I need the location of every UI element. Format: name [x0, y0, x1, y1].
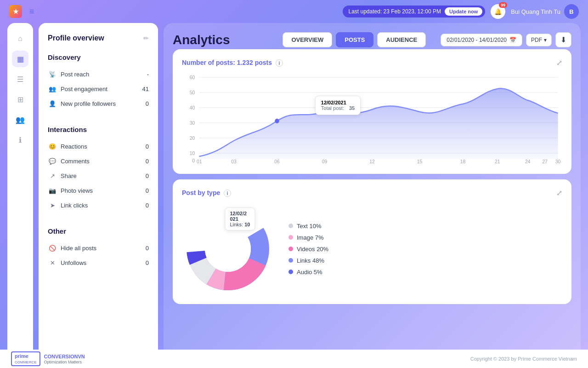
legend-label-audio: Audio 5% [297, 269, 322, 276]
post-engagement-value: 41 [142, 86, 149, 92]
metric-hide-posts: 🚫 Hide all posts 0 [48, 241, 149, 255]
metric-unfollows: ✕ Unfollows 0 [48, 255, 149, 270]
comments-icon: 💬 [48, 156, 57, 166]
logo-icon: ★ [9, 5, 22, 18]
metric-post-reach: 📡 Post reach - [48, 67, 149, 81]
post-by-type-expand-button[interactable]: ⤢ [556, 189, 562, 197]
export-label: PDF [531, 37, 542, 43]
sidebar-item-grid[interactable]: ⊞ [12, 91, 28, 108]
hide-posts-icon: 🚫 [48, 243, 57, 253]
tooltip-date: 12/02/2021 [321, 100, 355, 105]
charts-area: Number of posts: 1.232 posts i ⤢ [173, 49, 571, 351]
legend-label-links: Links 48% [297, 257, 324, 264]
panel-title: Profile overview [48, 34, 104, 42]
metric-share: ↗ Share 0 [48, 168, 149, 183]
tab-audience[interactable]: AUDIENCE [377, 32, 426, 47]
date-range-text: 02/01/2020 - 14/01/2020 [447, 37, 507, 43]
footer: prime COMMERCE CONVERSIONVN Optimization… [0, 350, 588, 368]
update-banner: Last updated: 23 Feb 2023, 12:00 PM Upda… [343, 6, 485, 17]
footer-copyright: Copyright © 2023 by Prime Commerce Vietn… [470, 356, 577, 362]
svg-text:24: 24 [525, 159, 531, 164]
comments-label: Comments [61, 158, 142, 165]
legend-label-videos: Videos 20% [297, 246, 328, 253]
post-reach-icon: 📡 [48, 69, 57, 79]
legend-item-videos: Videos 20% [288, 246, 328, 253]
prime-logo-text: prime [15, 353, 28, 359]
sidebar-item-analytics[interactable]: ▦ [12, 51, 28, 67]
share-value: 0 [146, 172, 149, 179]
reactions-icon: 😊 [48, 142, 57, 151]
svg-text:18: 18 [460, 159, 466, 164]
sidebar-item-users[interactable]: 👥 [12, 111, 28, 128]
post-engagement-label: Post engagement [61, 86, 139, 92]
download-button[interactable]: ⬇ [555, 32, 571, 47]
legend-label-image: Image 7% [297, 234, 324, 241]
menu-icon[interactable]: ≡ [29, 7, 34, 17]
hide-posts-label: Hide all posts [61, 245, 142, 252]
sidebar-item-list[interactable]: ☰ [12, 71, 28, 87]
reactions-label: Reactions [61, 143, 142, 150]
topbar: ★ ≡ Last updated: 23 Feb 2023, 12:00 PM … [0, 0, 588, 23]
date-range-picker[interactable]: 02/01/2020 - 14/01/2020 📅 [441, 34, 522, 46]
posts-chart-title: Number of posts: 1.232 posts i [182, 59, 283, 67]
photo-views-icon: 📷 [48, 186, 57, 195]
tab-overview[interactable]: OVERVIEW [283, 32, 332, 47]
metric-reactions: 😊 Reactions 0 [48, 139, 149, 154]
update-now-button[interactable]: Update now [445, 7, 482, 16]
link-clicks-value: 0 [146, 202, 149, 209]
legend-dot-text [288, 224, 293, 228]
post-reach-label: Post reach [61, 71, 143, 78]
legend-item-links: Links 48% [288, 257, 328, 264]
main-layout: ⌂ ▦ ☰ ⊞ 👥 ℹ Profile overview ✏ Discovery… [0, 23, 588, 368]
svg-text:30: 30 [190, 120, 195, 126]
legend-dot-audio [288, 270, 293, 274]
svg-text:60: 60 [190, 75, 195, 80]
header-controls: OVERVIEW POSTS AUDIENCE 02/01/2020 - 14/… [283, 32, 571, 47]
post-by-type-content: 12/02/2021 Links: 10 Text 10% Im [182, 203, 562, 295]
metric-link-clicks: ➤ Link clicks 0 [48, 198, 149, 213]
chevron-down-icon: ▾ [544, 37, 547, 43]
posts-expand-button[interactable]: ⤢ [556, 58, 562, 67]
tooltip-value: 35 [349, 105, 355, 111]
topbar-left: ★ ≡ [9, 5, 34, 18]
line-chart-tooltip: 12/02/2021 Total post: 35 [315, 96, 361, 115]
line-chart: 60 50 40 30 20 10 0 01 03 06 09 [182, 73, 562, 165]
legend-item-audio: Audio 5% [288, 269, 328, 276]
svg-point-30 [205, 226, 251, 272]
hide-posts-value: 0 [146, 245, 149, 252]
svg-text:0: 0 [192, 158, 195, 163]
legend-dot-image [288, 235, 293, 240]
posts-info-icon[interactable]: i [276, 59, 283, 67]
user-name: Bui Quang Tinh Tu [511, 8, 560, 15]
sidebar-item-home[interactable]: ⌂ [12, 30, 28, 47]
last-updated-text: Last updated: 23 Feb 2023, 12:00 PM [348, 8, 441, 15]
posts-count: 1.232 posts [237, 59, 272, 66]
share-icon: ↗ [48, 171, 57, 180]
svg-point-24 [275, 119, 279, 123]
new-followers-icon: 👤 [48, 99, 57, 108]
footer-logos: prime COMMERCE CONVERSIONVN Optimization… [11, 351, 85, 366]
topbar-right: Last updated: 23 Feb 2023, 12:00 PM Upda… [343, 4, 579, 19]
user-info: Bui Quang Tinh Tu B [511, 4, 579, 19]
sidebar-item-info[interactable]: ℹ [12, 132, 28, 148]
line-chart-svg: 60 50 40 30 20 10 0 01 03 06 09 [182, 73, 562, 165]
share-label: Share [61, 172, 142, 179]
metric-new-followers: 👤 New profile followers 0 [48, 96, 149, 111]
conversionvn-logo: CONVERSIONVN Optimization Matters [44, 354, 85, 364]
svg-text:12: 12 [369, 159, 375, 164]
svg-text:03: 03 [231, 159, 237, 164]
notification-button[interactable]: 🔔 99 [491, 4, 505, 19]
posts-chart-title-text: Number of posts: [182, 59, 237, 66]
analytics-page: Analytics OVERVIEW POSTS AUDIENCE 02/01/… [164, 23, 581, 361]
post-by-type-info-icon[interactable]: i [224, 190, 231, 197]
edit-icon[interactable]: ✏ [143, 34, 149, 42]
legend-dot-videos [288, 247, 293, 251]
content-area: Profile overview ✏ Discovery 📡 Post reac… [39, 23, 581, 361]
legend-dot-links [288, 258, 293, 263]
conv-sub: Optimization Matters [44, 360, 82, 364]
prime-logo: prime COMMERCE [11, 351, 40, 366]
export-button[interactable]: PDF ▾ [526, 34, 552, 46]
tab-posts[interactable]: POSTS [336, 32, 373, 47]
panel-header: Profile overview ✏ [48, 34, 149, 42]
donut-chart: 12/02/2021 Links: 10 [182, 203, 274, 295]
